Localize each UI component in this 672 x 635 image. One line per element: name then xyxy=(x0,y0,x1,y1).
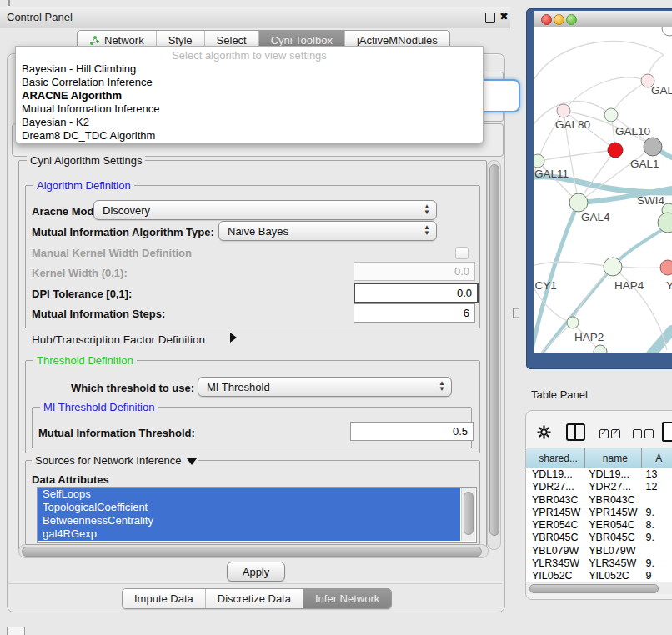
table-cell: 12 xyxy=(642,481,672,493)
node-label: Y xyxy=(666,279,672,292)
table-cell: YBL079W xyxy=(526,545,585,558)
table-row[interactable]: YBL079WYBL079W xyxy=(526,545,672,558)
network-node-gal11[interactable] xyxy=(534,154,544,168)
table-cell: YBR045C xyxy=(526,532,585,544)
table-cell: 9 xyxy=(642,570,672,582)
network-node-gal10[interactable] xyxy=(604,108,618,122)
expand-arrow-icon[interactable] xyxy=(230,332,237,342)
combo-stepper-icon: ▲▼ xyxy=(424,203,430,215)
close-icon[interactable]: ✖ xyxy=(499,10,509,22)
aracne-mode-combo[interactable]: Discovery ▲▼ xyxy=(93,200,437,220)
tab-label: Style xyxy=(168,34,193,47)
table-row[interactable]: YDL19...YDL19...13 xyxy=(526,468,672,481)
network-node-gal80[interactable] xyxy=(557,104,570,118)
mi-type-combo[interactable]: Naive Bayes ▲▼ xyxy=(218,221,437,241)
network-node-gal1[interactable] xyxy=(644,138,662,156)
apply-button[interactable]: Apply xyxy=(227,562,285,582)
list-scrollbar[interactable] xyxy=(461,488,475,541)
data-attributes-list: SelfLoopsTopologicalCoefficientBetweenne… xyxy=(37,487,477,543)
hub-section-label[interactable]: Hub/Transcription Factor Definition xyxy=(32,333,205,346)
node-label: GAL80 xyxy=(555,118,590,131)
show-columns-icon[interactable] xyxy=(599,427,623,442)
close-traffic-light-icon[interactable] xyxy=(541,14,552,25)
network-window-titlebar[interactable] xyxy=(534,11,672,28)
zoom-traffic-light-icon[interactable] xyxy=(566,14,577,25)
collapse-arrow-icon[interactable] xyxy=(187,458,197,465)
algorithm-option[interactable]: Basic Correlation Inference xyxy=(16,76,483,89)
algorithm-option[interactable]: Bayesian - Hill Climbing xyxy=(16,62,483,76)
table-cell: YER054C xyxy=(585,519,642,532)
tab-impute-data[interactable]: Impute Data xyxy=(123,589,206,608)
table-header-row: shared...nameA xyxy=(526,448,672,468)
network-node-gal4[interactable] xyxy=(569,193,588,212)
table-row[interactable]: YLR345WYLR345W9. xyxy=(526,558,672,570)
table-horizontal-scrollbar[interactable] xyxy=(526,582,672,594)
minimize-traffic-light-icon[interactable] xyxy=(554,14,564,25)
scrollbar-thumb[interactable] xyxy=(529,584,659,593)
algorithm-option[interactable]: Mutual Information Inference xyxy=(16,102,483,116)
table-cell: 9. xyxy=(642,532,672,544)
combo-stepper-icon: ▲▼ xyxy=(439,380,445,392)
table-row[interactable]: YIL052CYIL052C9 xyxy=(526,570,672,582)
attribute-item[interactable]: SelfLoops xyxy=(38,488,460,501)
tab-discretize-data[interactable]: Discretize Data xyxy=(206,589,303,608)
table-row[interactable]: YPR145WYPR145W9. xyxy=(526,507,672,519)
kernel-width-label: Kernel Width (0,1): xyxy=(32,267,128,279)
minimized-panel-icon[interactable] xyxy=(7,627,25,635)
node-table: shared...nameA YDL19...YDL19...13YDR27..… xyxy=(526,448,672,582)
network-graph: GALGAL80GAL10GAL1GAL11GAL4SWI4GCY1HAP4YH… xyxy=(534,27,672,352)
table-cell: YLR345W xyxy=(585,558,642,570)
which-threshold-combo[interactable]: MI Threshold ▲▼ xyxy=(198,377,452,397)
column-header[interactable]: shared... xyxy=(526,448,585,468)
attribute-item[interactable]: TopologicalCoefficient xyxy=(38,501,460,514)
node-label: GAL10 xyxy=(615,125,650,138)
network-node-hap2[interactable] xyxy=(567,317,579,328)
network-node[interactable] xyxy=(608,142,623,158)
sources-title[interactable]: Sources for Network Inference xyxy=(32,454,198,467)
algorithm-option[interactable]: ARACNE Algorithm xyxy=(16,89,483,102)
threshold-definition-title: Threshold Definition xyxy=(33,354,137,367)
table-cell: YPR145W xyxy=(585,507,642,519)
table-row[interactable]: YDR27...YDR27...12 xyxy=(526,481,672,493)
network-node[interactable] xyxy=(662,27,672,36)
columns-icon[interactable] xyxy=(566,423,585,441)
column-header[interactable]: A xyxy=(642,448,672,468)
scrollbar-thumb[interactable] xyxy=(22,547,482,557)
table-cell: YBR043C xyxy=(526,494,585,507)
control-panel-titlebar: Control Panel ✖ xyxy=(0,7,510,28)
tab-label: Cyni Toolbox xyxy=(271,34,333,47)
new-table-icon[interactable] xyxy=(662,422,672,442)
mi-steps-field[interactable]: 6 xyxy=(354,303,475,322)
screen: Control Panel ✖ NetworkStyleSelectCyni T… xyxy=(0,0,672,635)
bottom-tab-bar: Impute DataDiscretize DataInfer Network xyxy=(122,588,392,609)
table-row[interactable]: YER054CYER054C8. xyxy=(526,519,672,532)
tab-infer-network[interactable]: Infer Network xyxy=(303,589,391,608)
settings-vertical-scrollbar[interactable] xyxy=(487,160,501,550)
column-header[interactable]: name xyxy=(585,448,642,468)
settings-group-title: Cyni Algorithm Settings xyxy=(27,154,145,167)
table-row[interactable]: YBR045CYBR045C9. xyxy=(526,532,672,544)
mi-steps-label: Mutual Information Steps: xyxy=(32,308,165,320)
dpi-tolerance-field[interactable]: 0.0 xyxy=(354,282,479,303)
node-label: HAP2 xyxy=(574,331,604,343)
table-row[interactable]: YBR043CYBR043C xyxy=(526,494,672,507)
attribute-item[interactable]: gal4RGexp xyxy=(38,528,460,541)
float-window-icon[interactable] xyxy=(485,12,495,22)
kernel-width-field[interactable]: 0.0 xyxy=(354,262,475,281)
node-label: GAL xyxy=(651,84,672,97)
settings-horizontal-scrollbar[interactable] xyxy=(18,544,489,558)
scrollbar-thumb[interactable] xyxy=(489,164,499,536)
hide-columns-icon[interactable] xyxy=(633,427,656,442)
table-toolbar xyxy=(526,411,672,448)
attribute-item[interactable]: BetweennessCentrality xyxy=(38,514,460,528)
algorithm-option[interactable]: Bayesian - K2 xyxy=(16,116,483,129)
network-node-y[interactable] xyxy=(660,260,672,275)
mi-threshold-label: Mutual Information Threshold: xyxy=(38,427,195,439)
algorithm-option[interactable]: Dream8 DC_TDC Algorithm xyxy=(16,129,483,142)
manual-kernel-checkbox[interactable] xyxy=(455,247,469,259)
mi-threshold-field[interactable]: 0.5 xyxy=(350,422,474,441)
gear-icon[interactable] xyxy=(537,425,551,439)
scrollbar-thumb[interactable] xyxy=(464,492,474,535)
panel-splitter-handle[interactable] xyxy=(513,308,519,318)
network-node-hap4[interactable] xyxy=(604,258,622,276)
